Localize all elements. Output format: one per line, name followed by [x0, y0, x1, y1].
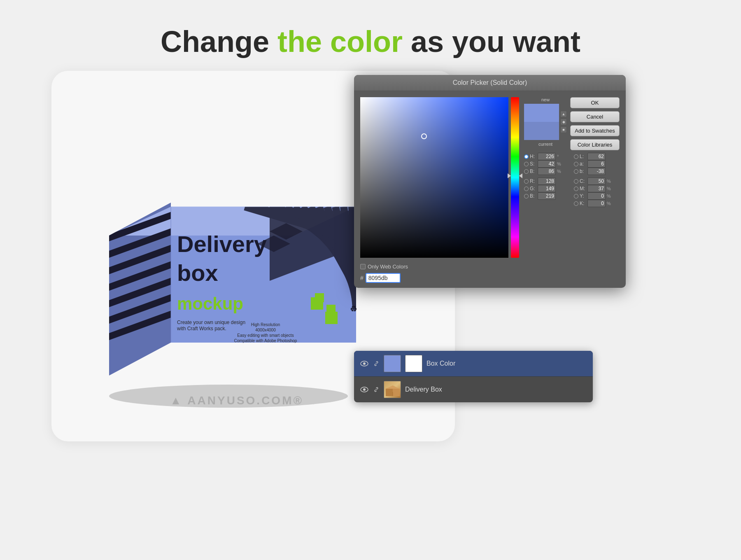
- swatch-icon-1[interactable]: ▲: [560, 111, 567, 117]
- y-radio[interactable]: [574, 194, 578, 198]
- b3-radio[interactable]: [574, 169, 578, 174]
- layer-row-delivery-box[interactable]: Delivery Box: [354, 377, 593, 402]
- k-label: K:: [580, 201, 586, 206]
- add-to-swatches-button[interactable]: Add to Swatches: [570, 125, 620, 136]
- svg-point-54: [363, 388, 366, 391]
- b2-row: B:: [524, 192, 570, 200]
- hue-arrow-left: [508, 173, 511, 178]
- swatch-icon-2[interactable]: ◆: [560, 119, 567, 125]
- h-input[interactable]: [538, 153, 556, 160]
- m-label: M:: [580, 186, 586, 191]
- b2-input[interactable]: [538, 192, 556, 200]
- a-label: a:: [580, 161, 586, 167]
- svg-text:Create your own unique design: Create your own unique design: [177, 320, 245, 325]
- a-row: a:: [574, 160, 620, 168]
- hex-hash: #: [360, 275, 364, 281]
- cancel-button[interactable]: Cancel: [570, 111, 620, 122]
- g-radio[interactable]: [524, 187, 529, 191]
- r-label: R:: [530, 178, 536, 184]
- h-unit: °: [557, 154, 562, 159]
- h-label: H:: [530, 154, 536, 159]
- svg-text:♻: ♻: [350, 304, 357, 313]
- web-colors-checkbox[interactable]: [360, 264, 366, 269]
- spectrum-col: [360, 97, 519, 258]
- h-radio[interactable]: [524, 154, 529, 159]
- svg-text:Delivery: Delivery: [177, 231, 267, 257]
- layer-thumb-color: [384, 355, 401, 372]
- headline-black-2: as you want: [403, 25, 580, 58]
- ok-button[interactable]: OK: [570, 97, 620, 108]
- r-radio[interactable]: [524, 179, 529, 184]
- buttons-col: OK Cancel Add to Swatches Color Librarie…: [570, 97, 620, 150]
- svg-line-55: [376, 389, 377, 390]
- b2-radio[interactable]: [524, 194, 529, 198]
- dialog-main-row: new ▲ ◆ ■ current: [354, 91, 626, 262]
- s-label: S:: [530, 161, 536, 167]
- eye-icon-1[interactable]: [360, 360, 369, 367]
- spectrum-gradient[interactable]: [360, 97, 508, 258]
- k-unit: %: [607, 201, 612, 206]
- r-row: R:: [524, 177, 570, 185]
- y-input[interactable]: [587, 192, 606, 200]
- hex-input[interactable]: [366, 273, 401, 283]
- color-libraries-button[interactable]: Color Libraries: [570, 139, 620, 150]
- a-radio[interactable]: [574, 162, 578, 166]
- new-label: new: [541, 97, 550, 102]
- headline-green: the color: [277, 25, 403, 58]
- b-input[interactable]: [538, 168, 556, 175]
- color-swatch-current: [524, 122, 559, 140]
- main-area: Delivery box mockup Create your own uniq…: [51, 71, 690, 474]
- right-col: new ▲ ◆ ■ current: [524, 97, 620, 258]
- m-input[interactable]: [587, 185, 606, 192]
- svg-rect-58: [393, 389, 400, 396]
- layer-row-box-color[interactable]: Box Color: [354, 351, 593, 377]
- lab-cmyk-col: L: a: b:: [574, 153, 620, 207]
- b-radio[interactable]: [524, 169, 529, 174]
- hue-arrow-right: [519, 173, 522, 178]
- dialog-title: Color Picker (Solid Color): [453, 79, 527, 86]
- headline: Change the color as you want: [0, 25, 741, 58]
- s-input[interactable]: [538, 160, 556, 168]
- c-input[interactable]: [587, 177, 606, 185]
- hex-section: #: [354, 273, 626, 288]
- dialog-titlebar: Color Picker (Solid Color): [354, 75, 626, 91]
- swatch-icon-3[interactable]: ■: [560, 126, 567, 133]
- y-row: Y: %: [574, 192, 620, 200]
- svg-rect-57: [386, 389, 393, 396]
- layers-panel: Box Color: [354, 351, 593, 402]
- r-input[interactable]: [538, 177, 556, 185]
- a-input[interactable]: [587, 160, 606, 168]
- link-icon-2[interactable]: [373, 386, 380, 393]
- l-row: L:: [574, 153, 620, 160]
- spectrum-area[interactable]: [360, 97, 508, 258]
- small-icons-col: ▲ ◆ ■: [560, 111, 567, 133]
- layer-delivery-box-label: Delivery Box: [405, 386, 587, 393]
- hue-slider[interactable]: [511, 97, 519, 258]
- l-input[interactable]: [587, 153, 606, 160]
- h-row: H: °: [524, 153, 570, 160]
- svg-text:4000x4000: 4000x4000: [255, 328, 276, 332]
- link-icon-1[interactable]: [373, 360, 380, 367]
- s-row: S: %: [524, 160, 570, 168]
- svg-text:▲ AANYUSO.COM®: ▲ AANYUSO.COM®: [170, 394, 303, 407]
- k-radio[interactable]: [574, 201, 578, 206]
- layer-thumb-box: [384, 381, 401, 398]
- g-row: G:: [524, 185, 570, 192]
- spectrum-cursor: [421, 133, 427, 139]
- b3-label: b:: [580, 168, 586, 174]
- m-row: M: %: [574, 185, 620, 192]
- m-unit: %: [607, 186, 612, 191]
- c-radio[interactable]: [574, 179, 578, 184]
- c-label: C:: [580, 178, 586, 184]
- y-unit: %: [607, 194, 612, 198]
- eye-icon-2[interactable]: [360, 386, 369, 393]
- b-unit: %: [557, 169, 562, 174]
- svg-text:with Craft Works pack.: with Craft Works pack.: [177, 326, 226, 331]
- s-radio[interactable]: [524, 162, 529, 166]
- l-radio[interactable]: [574, 154, 578, 159]
- m-radio[interactable]: [574, 187, 578, 191]
- g-input[interactable]: [538, 185, 556, 192]
- k-input[interactable]: [587, 200, 606, 207]
- svg-text:mockup: mockup: [177, 294, 243, 313]
- b3-input[interactable]: [587, 168, 606, 175]
